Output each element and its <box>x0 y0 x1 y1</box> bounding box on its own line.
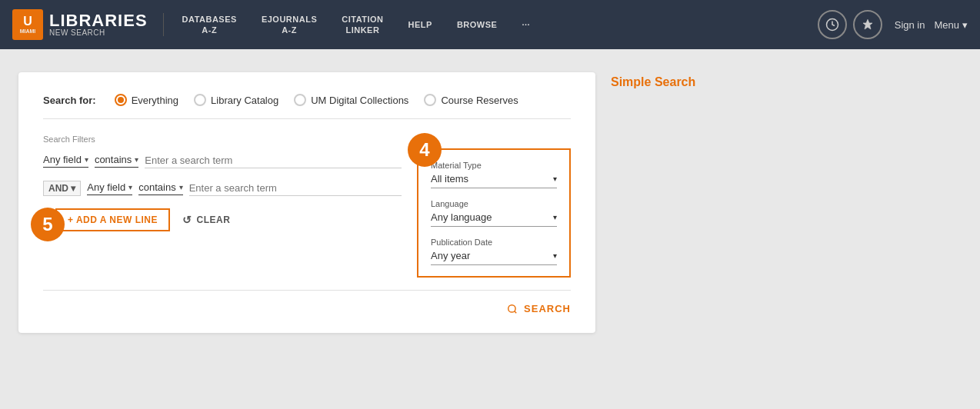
new-search-label: NEW SEARCH <box>49 29 148 37</box>
operator-select-1[interactable]: contains ▾ <box>95 154 138 168</box>
nav-separator <box>163 13 164 36</box>
logo-badge: U MIAMI <box>12 9 43 40</box>
right-filters-wrapper: 4 Material Type All items ▾ Language Any… <box>417 135 571 278</box>
history-icon-btn[interactable] <box>818 10 847 39</box>
filters-label: Search Filters <box>43 135 402 144</box>
material-type-select[interactable]: All items ▾ <box>431 173 557 188</box>
operator-select-2[interactable]: contains ▾ <box>138 181 182 195</box>
nav-citation[interactable]: CITATIONLINKER <box>329 0 395 49</box>
nav-more[interactable]: ··· <box>509 0 542 49</box>
language-label: Language <box>431 199 557 208</box>
language-select[interactable]: Any language ▾ <box>431 211 557 227</box>
filters-left: Search Filters Any field ▾ contains ▾ <box>43 135 402 278</box>
add-new-line-button[interactable]: + ADD A NEW LINE <box>55 208 170 231</box>
pub-date-select[interactable]: Any year ▾ <box>431 250 557 265</box>
navbar: U MIAMI LIBRARIES NEW SEARCH DATABASESA-… <box>0 0 980 49</box>
operator-select-2-arrow: ▾ <box>179 183 183 191</box>
language-value: Any language <box>431 211 492 223</box>
nav-help[interactable]: HELP <box>396 0 445 49</box>
svg-point-1 <box>508 304 515 311</box>
sidebar: Simple Search <box>611 72 962 333</box>
field-select-1[interactable]: Any field ▾ <box>43 154 88 168</box>
filter-row-2: AND ▾ Any field ▾ contains ▾ <box>43 181 402 196</box>
boolean-label: AND <box>48 183 68 194</box>
material-type-label: Material Type <box>431 161 557 170</box>
search-icon <box>507 304 518 314</box>
field-select-2-arrow: ▾ <box>128 183 132 191</box>
sign-in-button[interactable]: Sign in <box>895 19 925 31</box>
field-select-2[interactable]: Any field ▾ <box>87 181 132 195</box>
field-select-1-arrow: ▾ <box>85 155 88 164</box>
libraries-label: LIBRARIES <box>49 12 148 29</box>
operator-select-1-arrow: ▾ <box>135 155 138 164</box>
main-content: Search for: Everything Library Catalog U… <box>0 49 980 356</box>
search-for-label: Search for: <box>43 95 96 106</box>
logo[interactable]: U MIAMI <box>12 9 43 40</box>
pub-date-field: Publication Date Any year ▾ <box>431 238 557 265</box>
material-type-arrow: ▾ <box>553 175 557 183</box>
radio-circle-reserves <box>424 94 436 106</box>
radio-group: Everything Library Catalog UM Digital Co… <box>115 94 518 106</box>
pub-date-arrow: ▾ <box>553 251 557 260</box>
actions-row: 5 + ADD A NEW LINE ↺ CLEAR <box>43 208 402 231</box>
operator-select-2-label: contains <box>138 181 175 193</box>
boolean-arrow: ▾ <box>71 183 75 194</box>
pub-date-value: Any year <box>431 250 470 261</box>
radio-digital-label: UM Digital Collections <box>311 95 408 106</box>
language-arrow: ▾ <box>553 213 557 221</box>
material-type-value: All items <box>431 173 468 185</box>
radio-course-reserves[interactable]: Course Reserves <box>424 94 518 106</box>
simple-search-title: Simple Search <box>611 75 695 88</box>
clear-button[interactable]: ↺ CLEAR <box>182 214 230 226</box>
search-button[interactable]: SEARCH <box>507 303 571 314</box>
radio-everything[interactable]: Everything <box>115 94 178 106</box>
radio-circle-digital <box>294 94 306 106</box>
nav-ejournals[interactable]: EJOURNALSA-Z <box>249 0 329 49</box>
radio-everything-label: Everything <box>132 95 178 106</box>
nav-databases[interactable]: DATABASESA-Z <box>170 0 249 49</box>
menu-button[interactable]: Menu ▾ <box>934 19 968 31</box>
search-label: SEARCH <box>524 303 571 314</box>
step-badge-4: 4 <box>408 133 442 167</box>
search-btn-row: SEARCH <box>43 290 571 314</box>
field-select-2-label: Any field <box>87 181 125 193</box>
step-badge-5: 5 <box>31 208 65 241</box>
search-input-2[interactable] <box>189 181 402 196</box>
svg-line-2 <box>515 311 517 313</box>
clear-label: CLEAR <box>197 214 231 225</box>
boolean-select[interactable]: AND ▾ <box>43 181 81 196</box>
material-type-field: Material Type All items ▾ <box>431 161 557 188</box>
field-select-1-label: Any field <box>43 154 82 165</box>
search-box: Search for: Everything Library Catalog U… <box>18 72 595 333</box>
filters-right-panel: Material Type All items ▾ Language Any l… <box>417 148 571 278</box>
filters-section: Search Filters Any field ▾ contains ▾ <box>43 135 571 278</box>
search-for-row: Search for: Everything Library Catalog U… <box>43 94 571 119</box>
language-field: Language Any language ▾ <box>431 199 557 227</box>
radio-um-digital[interactable]: UM Digital Collections <box>294 94 408 106</box>
radio-library-catalog[interactable]: Library Catalog <box>194 94 278 106</box>
filter-row-1: Any field ▾ contains ▾ <box>43 153 402 168</box>
search-input-1[interactable] <box>145 153 402 168</box>
pin-icon-btn[interactable] <box>853 10 882 39</box>
radio-reserves-label: Course Reserves <box>441 95 518 106</box>
nav-browse[interactable]: BROWSE <box>445 0 510 49</box>
radio-circle-everything <box>115 94 127 106</box>
pub-date-label: Publication Date <box>431 238 557 247</box>
radio-catalog-label: Library Catalog <box>211 95 278 106</box>
clear-icon: ↺ <box>182 214 192 226</box>
radio-circle-catalog <box>194 94 206 106</box>
operator-select-1-label: contains <box>95 154 132 165</box>
navbar-brand[interactable]: LIBRARIES NEW SEARCH <box>49 12 148 37</box>
